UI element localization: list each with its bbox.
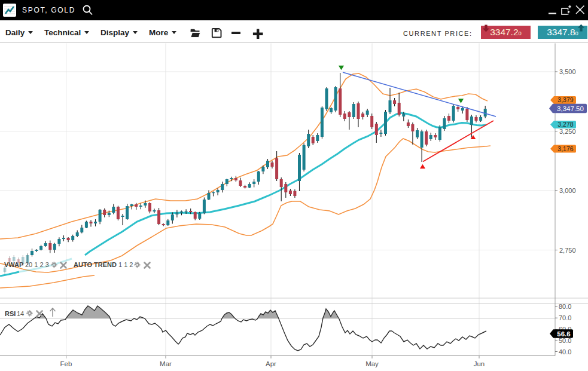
svg-text:Mar: Mar <box>160 360 172 367</box>
svg-text:50.0: 50.0 <box>559 337 571 344</box>
svg-text:40.0: 40.0 <box>559 348 571 355</box>
svg-text:56.6: 56.6 <box>557 330 570 338</box>
svg-text:3,250: 3,250 <box>559 128 576 135</box>
svg-text:20 1 2 3: 20 1 2 3 <box>25 261 49 268</box>
svg-text:3,379: 3,379 <box>557 96 573 103</box>
svg-text:3,347.50: 3,347.50 <box>557 105 584 112</box>
svg-text:RSI: RSI <box>5 310 16 317</box>
svg-text:70.0: 70.0 <box>559 314 571 321</box>
svg-text:3,500: 3,500 <box>559 68 576 75</box>
svg-text:2,750: 2,750 <box>559 247 576 254</box>
svg-text:1 1 2: 1 1 2 <box>118 261 133 268</box>
svg-text:3,278: 3,278 <box>557 121 573 128</box>
svg-text:3,000: 3,000 <box>559 187 576 194</box>
svg-text:80.0: 80.0 <box>559 303 571 310</box>
svg-text:May: May <box>365 360 379 367</box>
svg-text:14: 14 <box>17 310 24 317</box>
svg-text:AUTO TREND: AUTO TREND <box>74 261 117 268</box>
svg-text:VWAP: VWAP <box>4 261 23 268</box>
svg-text:Apr: Apr <box>266 360 276 367</box>
svg-text:Feb: Feb <box>60 360 72 367</box>
svg-text:Jun: Jun <box>474 360 485 367</box>
svg-text:3,176: 3,176 <box>557 145 573 152</box>
